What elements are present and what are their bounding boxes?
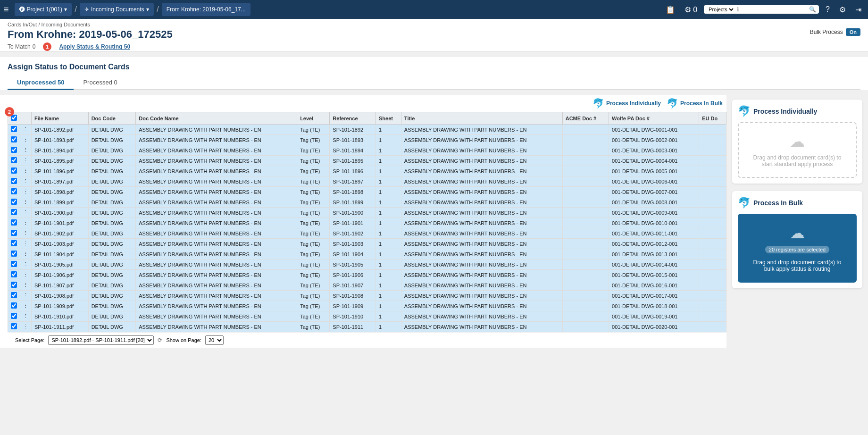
nav-document-button[interactable]: From Krohne: 2019-05-06_17... — [162, 3, 250, 16]
page-header: Cards In/Out / Incoming Documents From K… — [0, 19, 868, 51]
row-checkbox[interactable] — [11, 302, 17, 309]
row-eudo — [699, 135, 726, 145]
search-input[interactable] — [741, 6, 807, 13]
table-row: ⋮ SP-101-1910.pdf DETAIL DWG ASSEMBLY DR… — [8, 311, 726, 322]
row-drag-handle[interactable]: ⋮ — [20, 228, 32, 239]
row-drag-handle[interactable]: ⋮ — [20, 208, 32, 218]
row-checkbox-cell[interactable] — [8, 311, 20, 322]
row-checkbox-cell[interactable] — [8, 197, 20, 208]
row-checkbox[interactable] — [11, 157, 17, 163]
process-bulk-drop-zone[interactable]: ☁ 20 registers are selected Drag and dro… — [738, 214, 857, 283]
row-filename: SP-101-1900.pdf — [32, 208, 89, 218]
row-checkbox[interactable] — [11, 126, 17, 132]
row-drag-handle[interactable]: ⋮ — [20, 239, 32, 249]
row-drag-handle[interactable]: ⋮ — [20, 176, 32, 187]
row-checkbox[interactable] — [11, 199, 17, 205]
help-button[interactable]: ? — [823, 4, 833, 15]
row-wolfe: 001-DETAIL DWG-0002-001 — [609, 135, 699, 145]
settings-button[interactable]: ⚙ — [836, 4, 849, 15]
row-drag-handle[interactable]: ⋮ — [20, 249, 32, 259]
row-checkbox-cell[interactable] — [8, 218, 20, 228]
row-sheet: 1 — [376, 259, 401, 270]
process-bulk-button[interactable]: 🐬 Process In Bulk — [667, 98, 723, 109]
gear-count-button[interactable]: ⚙ 0 — [682, 4, 700, 15]
apply-status-link[interactable]: Apply Status & Routing 50 — [59, 43, 130, 50]
row-checkbox-cell[interactable] — [8, 322, 20, 332]
nav-module-button[interactable]: ✈ Incoming Documents ▾ — [80, 3, 154, 16]
page-select[interactable]: SP-101-1892.pdf - SP-101-1911.pdf [20] — [48, 335, 154, 345]
row-checkbox[interactable] — [11, 209, 17, 215]
row-checkbox[interactable] — [11, 219, 17, 226]
barcode-button[interactable]: 📋 — [663, 4, 678, 15]
main-content: Assign Status to Document Cards Unproces… — [0, 57, 868, 353]
row-checkbox-cell[interactable] — [8, 176, 20, 187]
row-checkbox[interactable] — [11, 147, 17, 153]
row-checkbox[interactable] — [11, 240, 17, 246]
row-drag-handle[interactable]: ⋮ — [20, 145, 32, 156]
row-checkbox[interactable] — [11, 136, 17, 142]
row-checkbox-cell[interactable] — [8, 145, 20, 156]
row-checkbox-cell[interactable] — [8, 166, 20, 176]
row-drag-handle[interactable]: ⋮ — [20, 301, 32, 311]
row-checkbox[interactable] — [11, 282, 17, 288]
row-drag-handle[interactable]: ⋮ — [20, 166, 32, 176]
row-drag-handle[interactable]: ⋮ — [20, 322, 32, 332]
row-drag-handle[interactable]: ⋮ — [20, 125, 32, 135]
row-checkbox[interactable] — [11, 230, 17, 236]
row-checkbox-cell[interactable] — [8, 135, 20, 145]
row-drag-handle[interactable]: ⋮ — [20, 311, 32, 322]
row-level: Tag (TE) — [297, 176, 330, 187]
logout-button[interactable]: ⇥ — [852, 4, 864, 15]
row-drag-handle[interactable]: ⋮ — [20, 259, 32, 270]
row-doccodename: ASSEMBLY DRAWING WITH PART NUMBERS - EN — [136, 187, 297, 197]
row-reference: SP-101-1910 — [330, 311, 376, 322]
page-size-select[interactable]: 20 — [205, 335, 224, 345]
bulk-process-toggle[interactable]: On — [846, 28, 860, 36]
row-wolfe: 001-DETAIL DWG-0020-001 — [609, 322, 699, 332]
row-checkbox[interactable] — [11, 178, 17, 184]
row-filename: SP-101-1897.pdf — [32, 176, 89, 187]
row-drag-handle[interactable]: ⋮ — [20, 187, 32, 197]
row-drag-handle[interactable]: ⋮ — [20, 197, 32, 208]
tab-processed[interactable]: Processed 0 — [74, 76, 126, 90]
table-row: ⋮ SP-101-1892.pdf DETAIL DWG ASSEMBLY DR… — [8, 125, 726, 135]
row-checkbox[interactable] — [11, 167, 17, 174]
tab-unprocessed[interactable]: Unprocessed 50 — [8, 76, 74, 90]
row-checkbox-cell[interactable] — [8, 280, 20, 291]
row-drag-handle[interactable]: ⋮ — [20, 291, 32, 301]
row-sheet: 1 — [376, 280, 401, 291]
row-checkbox[interactable] — [11, 292, 17, 298]
row-checkbox-cell[interactable] — [8, 249, 20, 259]
row-checkbox-cell[interactable] — [8, 208, 20, 218]
process-individually-button[interactable]: 🐬 Process Individually — [593, 98, 661, 109]
row-drag-handle[interactable]: ⋮ — [20, 135, 32, 145]
row-eudo — [699, 280, 726, 291]
row-checkbox[interactable] — [11, 188, 17, 194]
row-checkbox-cell[interactable] — [8, 301, 20, 311]
row-checkbox[interactable] — [11, 261, 17, 267]
row-drag-handle[interactable]: ⋮ — [20, 270, 32, 280]
row-checkbox-cell[interactable] — [8, 239, 20, 249]
row-checkbox[interactable] — [11, 271, 17, 277]
row-checkbox[interactable] — [11, 313, 17, 319]
process-individually-drop-zone[interactable]: ☁ Drag and drop document card(s) to star… — [738, 122, 857, 178]
row-checkbox-cell[interactable] — [8, 187, 20, 197]
row-checkbox[interactable] — [11, 251, 17, 257]
row-drag-handle[interactable]: ⋮ — [20, 280, 32, 291]
row-checkbox-cell[interactable] — [8, 291, 20, 301]
row-checkbox-cell[interactable] — [8, 228, 20, 239]
row-drag-handle[interactable]: ⋮ — [20, 218, 32, 228]
row-title: ASSEMBLY DRAWING WITH PART NUMBERS - EN — [401, 208, 562, 218]
row-checkbox[interactable] — [11, 323, 17, 329]
row-doccode: DETAIL DWG — [88, 125, 136, 135]
refresh-button[interactable]: ⟳ — [158, 337, 162, 343]
nav-project-button[interactable]: 🅐 Project 1(001) ▾ — [15, 3, 72, 16]
table-scroll-wrap[interactable]: File Name Doc Code Doc Code Name Level R… — [8, 112, 726, 332]
row-drag-handle[interactable]: ⋮ — [20, 156, 32, 166]
row-checkbox-cell[interactable] — [8, 270, 20, 280]
row-checkbox-cell[interactable] — [8, 125, 20, 135]
row-checkbox-cell[interactable] — [8, 259, 20, 270]
row-checkbox-cell[interactable] — [8, 156, 20, 166]
row-doccodename: ASSEMBLY DRAWING WITH PART NUMBERS - EN — [136, 311, 297, 322]
search-category-select[interactable]: Projects — [707, 6, 735, 13]
